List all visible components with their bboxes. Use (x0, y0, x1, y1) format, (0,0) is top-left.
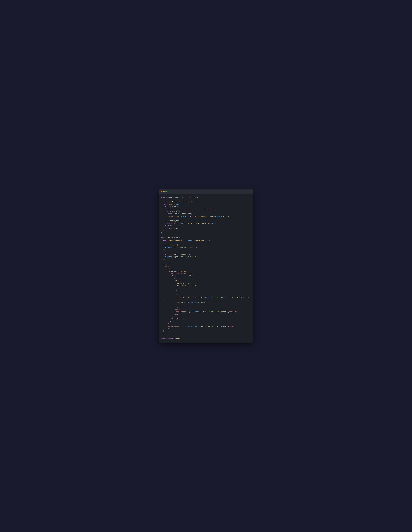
minimize-button[interactable] (163, 191, 165, 192)
code-editor-window: import React, { useReducer } from 'react… (159, 190, 253, 343)
code-content: import React, { useReducer } from 'react… (159, 194, 253, 343)
titlebar (159, 190, 253, 194)
close-button[interactable] (161, 191, 162, 192)
maximize-button[interactable] (165, 191, 167, 192)
